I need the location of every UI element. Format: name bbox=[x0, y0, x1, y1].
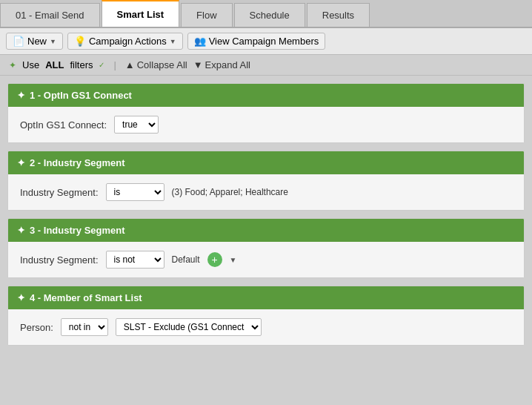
filter1-icon: ✦ bbox=[17, 90, 25, 101]
expand-label: Expand All bbox=[205, 59, 250, 70]
campaign-actions-button[interactable]: 💡 Campaign Actions ▼ bbox=[67, 33, 183, 50]
filter4-value-select[interactable]: SLST - Exclude (GS1 Connect bbox=[116, 318, 262, 336]
use-label: Use bbox=[22, 59, 39, 70]
filter-header-1: ✦ 1 - OptIn GS1 Connect bbox=[8, 84, 524, 107]
filter3-title: 3 - Industry Segment bbox=[30, 225, 125, 236]
filter-header-4: ✦ 4 - Member of Smart List bbox=[8, 286, 524, 309]
filter-card-2: ✦ 2 - Industry Segment Industry Segment:… bbox=[7, 151, 525, 211]
filter3-add-button[interactable]: + bbox=[207, 252, 222, 267]
filters-label: filters bbox=[70, 59, 93, 70]
main-content: ✦ 1 - OptIn GS1 Connect OptIn GS1 Connec… bbox=[0, 76, 532, 353]
filter2-operator-select[interactable]: is is not contains bbox=[106, 183, 164, 201]
filter-body-3: Industry Segment: is is not contains Def… bbox=[8, 242, 524, 277]
filter4-field-label: Person: bbox=[20, 322, 53, 333]
new-label: New bbox=[27, 36, 47, 47]
campaign-actions-label: Campaign Actions bbox=[89, 36, 167, 47]
tab-schedule[interactable]: Schedule bbox=[234, 3, 305, 27]
filter4-icon: ✦ bbox=[17, 292, 25, 303]
filter3-dropdown-arrow[interactable]: ▼ bbox=[230, 256, 237, 264]
collapse-all-button[interactable]: ▲ Collapse All bbox=[125, 59, 187, 70]
campaign-icon: 💡 bbox=[74, 36, 86, 47]
filter-card-3: ✦ 3 - Industry Segment Industry Segment:… bbox=[7, 218, 525, 278]
filter4-title: 4 - Member of Smart List bbox=[30, 292, 142, 303]
view-members-button[interactable]: 👥 View Campaign Members bbox=[187, 33, 326, 50]
filter-card-4: ✦ 4 - Member of Smart List Person: in no… bbox=[7, 286, 525, 346]
filter3-icon: ✦ bbox=[17, 225, 25, 236]
filter1-field-label: OptIn GS1 Connect: bbox=[20, 119, 107, 131]
filter-header-3: ✦ 3 - Industry Segment bbox=[8, 219, 524, 242]
filter-check-icon: ✓ bbox=[99, 61, 104, 69]
filter3-value: Default bbox=[172, 254, 200, 265]
filter2-icon: ✦ bbox=[17, 157, 25, 168]
filter-bar: ✦ Use ALL filters ✓ | ▲ Collapse All ▼ E… bbox=[0, 55, 532, 76]
new-arrow: ▼ bbox=[50, 38, 56, 45]
filter-icon: ✦ bbox=[9, 60, 16, 70]
filter3-field-label: Industry Segment: bbox=[20, 254, 99, 266]
tab-flow[interactable]: Flow bbox=[181, 3, 232, 27]
tab-email-send[interactable]: 01 - Email Send bbox=[0, 3, 100, 27]
new-icon: 📄 bbox=[13, 36, 24, 47]
toolbar: 📄 New ▼ 💡 Campaign Actions ▼ 👥 View Camp… bbox=[0, 28, 532, 55]
filter2-field-label: Industry Segment: bbox=[20, 187, 99, 198]
filter2-value: (3) Food; Apparel; Healthcare bbox=[172, 187, 288, 197]
filter-header-2: ✦ 2 - Industry Segment bbox=[8, 151, 524, 174]
filter2-title: 2 - Industry Segment bbox=[30, 157, 125, 168]
tab-results[interactable]: Results bbox=[307, 3, 370, 27]
all-label: ALL bbox=[45, 59, 64, 70]
tab-smart-list[interactable]: Smart List bbox=[102, 0, 180, 27]
collapse-label: Collapse All bbox=[137, 59, 187, 70]
separator: | bbox=[113, 59, 116, 70]
tab-bar: 01 - Email Send Smart List Flow Schedule… bbox=[0, 0, 532, 28]
filter-body-1: OptIn GS1 Connect: true false bbox=[8, 107, 524, 142]
expand-all-button[interactable]: ▼ Expand All bbox=[193, 59, 250, 70]
filter1-operator-select[interactable]: true false bbox=[114, 116, 159, 134]
new-button[interactable]: 📄 New ▼ bbox=[6, 33, 63, 50]
filter1-title: 1 - OptIn GS1 Connect bbox=[30, 90, 132, 101]
campaign-actions-arrow: ▼ bbox=[170, 38, 176, 45]
filter-card-1: ✦ 1 - OptIn GS1 Connect OptIn GS1 Connec… bbox=[7, 83, 525, 143]
collapse-icon: ▲ bbox=[125, 59, 135, 70]
filter3-operator-select[interactable]: is is not contains bbox=[106, 251, 164, 269]
view-members-label: View Campaign Members bbox=[209, 36, 319, 47]
filter4-operator-select[interactable]: in not in bbox=[61, 318, 108, 336]
filter-body-4: Person: in not in SLST - Exclude (GS1 Co… bbox=[8, 309, 524, 345]
filter-body-2: Industry Segment: is is not contains (3)… bbox=[8, 174, 524, 210]
expand-icon: ▼ bbox=[193, 59, 203, 70]
members-icon: 👥 bbox=[194, 36, 206, 47]
